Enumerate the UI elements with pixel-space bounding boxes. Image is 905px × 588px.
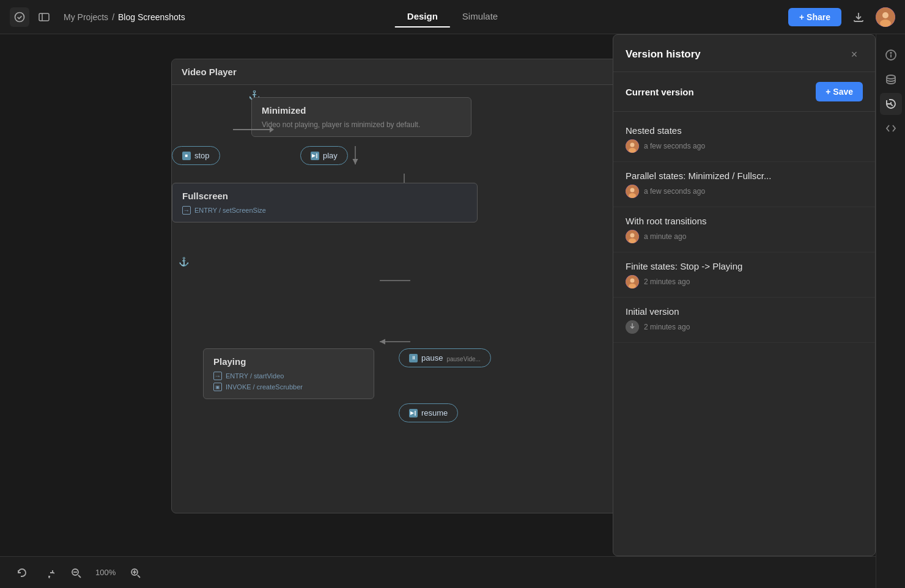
sidebar-info-button[interactable] [880, 44, 902, 66]
version-time: a few seconds ago [644, 187, 705, 196]
current-version-label: Current version [626, 87, 694, 97]
bottom-bar: 100% [0, 556, 876, 588]
pause-transition[interactable]: ⏸ pause pauseVide... [399, 348, 491, 367]
topbar: My Projects / Blog Screenshots Design Si… [0, 0, 905, 34]
fullscreen-title: Fullscreen [182, 191, 467, 201]
svg-point-4 [882, 12, 888, 18]
version-avatar [626, 139, 639, 153]
svg-point-14 [887, 75, 895, 79]
svg-point-0 [15, 12, 24, 21]
state-playing[interactable]: Playing → ENTRY / startVideo ▣ INVOKE / … [203, 348, 374, 399]
version-time: 2 minutes ago [644, 277, 690, 286]
version-avatar [626, 320, 639, 334]
version-item[interactable]: Parallel states: Minimized / Fullscr... … [613, 162, 875, 207]
version-item-meta: a few seconds ago [626, 139, 863, 153]
svg-point-24 [630, 233, 635, 238]
resume-icon: ▶‖ [409, 409, 418, 417]
version-item-meta: a minute ago [626, 230, 863, 243]
redo-button[interactable] [39, 563, 59, 582]
stop-transition[interactable]: ■ stop [172, 146, 220, 165]
export-button[interactable] [849, 7, 868, 27]
version-item[interactable]: Finite states: Stop -> Playing 2 minutes… [613, 252, 875, 298]
pause-action: pauseVide... [446, 356, 480, 362]
playing-entry-icon: → [213, 372, 222, 380]
stop-icon: ■ [182, 152, 191, 160]
version-avatar [626, 275, 639, 288]
sidebar-code-button[interactable] [880, 117, 902, 139]
svg-line-36 [138, 575, 140, 578]
app-logo[interactable] [10, 7, 29, 27]
pause-label: pause [421, 353, 443, 362]
sidebar-history-button[interactable] [880, 93, 902, 115]
zoom-level: 100% [93, 568, 118, 577]
close-version-panel-button[interactable]: × [846, 46, 863, 63]
undo-button[interactable] [12, 563, 32, 582]
resume-transition[interactable]: ▶‖ resume [399, 403, 458, 422]
version-item[interactable]: With root transitions a minute ago [613, 207, 875, 252]
playing-entry: → ENTRY / startVideo [213, 372, 364, 380]
svg-point-13 [890, 53, 891, 53]
tab-bar: Design Simulate [395, 6, 510, 28]
version-time: a minute ago [644, 232, 686, 241]
version-history-panel: Version history × Current version + Save… [613, 34, 876, 556]
minimized-title: Minimized [262, 105, 461, 116]
version-item[interactable]: Nested states a few seconds ago [613, 117, 875, 162]
pause-icon: ⏸ [409, 354, 418, 362]
svg-point-28 [629, 284, 636, 288]
user-avatar[interactable] [876, 7, 895, 27]
tab-design[interactable]: Design [395, 6, 450, 28]
resume-label: resume [421, 408, 448, 417]
version-time: a few seconds ago [644, 142, 705, 150]
svg-point-25 [629, 238, 636, 243]
tab-simulate[interactable]: Simulate [450, 6, 510, 28]
version-item-meta: 2 minutes ago [626, 275, 863, 288]
fullscreen-entry: → ENTRY / setScreenSize [182, 206, 467, 215]
sidebar-toggle-button[interactable] [34, 7, 54, 27]
stop-label: stop [194, 151, 210, 160]
entry-icon: → [182, 206, 191, 215]
version-item-meta: a few seconds ago [626, 185, 863, 198]
play-icon: ▶‖ [311, 152, 319, 160]
version-panel-header: Version history × [613, 35, 875, 72]
stop-arrow-connector [233, 127, 274, 133]
breadcrumb: My Projects / Blog Screenshots [64, 12, 185, 22]
share-button[interactable]: + Share [788, 8, 841, 26]
anchor-icon-playing: ⚓ [179, 257, 189, 266]
svg-point-18 [630, 143, 635, 147]
version-avatar [626, 230, 639, 243]
version-panel-title: Version history [626, 48, 701, 61]
svg-line-32 [78, 575, 81, 578]
version-item-name: Finite states: Stop -> Playing [626, 261, 863, 271]
right-sidebar [876, 34, 905, 588]
svg-point-19 [629, 148, 636, 153]
version-item[interactable]: Initial version 2 minutes ago [613, 298, 875, 343]
save-version-button[interactable]: + Save [816, 82, 863, 101]
play-label: play [323, 151, 338, 160]
version-item-name: With root transitions [626, 216, 863, 226]
svg-rect-1 [39, 13, 49, 21]
current-version-row: Current version + Save [613, 72, 875, 112]
svg-point-27 [630, 279, 635, 283]
version-item-name: Parallel states: Minimized / Fullscr... [626, 171, 863, 181]
play-transition[interactable]: ▶‖ play [300, 146, 348, 165]
sidebar-database-button[interactable] [880, 68, 902, 90]
version-list: Nested states a few seconds ago Parallel… [613, 112, 875, 556]
topbar-right: + Share [788, 7, 895, 27]
breadcrumb-current: Blog Screenshots [118, 12, 185, 22]
state-minimized[interactable]: Minimized Video not playing, player is m… [251, 97, 471, 137]
svg-point-22 [629, 193, 636, 198]
playing-invoke: ▣ INVOKE / createScrubber [213, 383, 364, 391]
version-item-meta: 2 minutes ago [626, 320, 863, 334]
zoom-in-button[interactable] [125, 563, 145, 582]
version-item-name: Nested states [626, 125, 863, 136]
version-avatar [626, 185, 639, 198]
playing-title: Playing [213, 356, 364, 367]
svg-point-5 [880, 20, 891, 27]
state-fullscreen[interactable]: Fullscreen → ENTRY / setScreenSize ⚓ Pla… [172, 183, 478, 222]
version-item-name: Initial version [626, 306, 863, 317]
breadcrumb-separator: / [112, 12, 114, 22]
invoke-icon: ▣ [213, 383, 222, 391]
zoom-out-button[interactable] [66, 563, 86, 582]
breadcrumb-parent[interactable]: My Projects [64, 12, 108, 22]
minimized-desc: Video not playing, player is minimized b… [262, 120, 461, 129]
